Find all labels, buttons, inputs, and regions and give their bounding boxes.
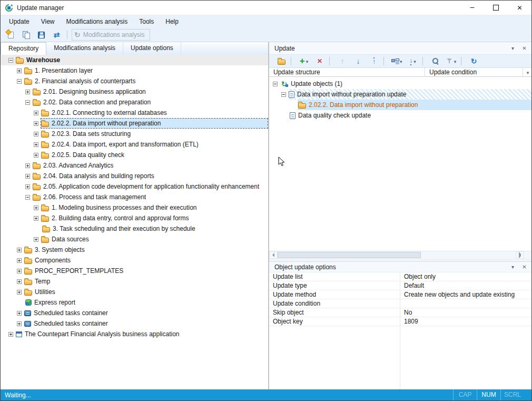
- collapse-toggle[interactable]: [25, 100, 30, 105]
- add-button[interactable]: [298, 56, 310, 67]
- collapse-toggle[interactable]: [8, 58, 13, 63]
- tree-item[interactable]: Update objects (1): [269, 79, 531, 89]
- tree-item[interactable]: Express report: [1, 297, 268, 308]
- tree-item[interactable]: 1. Presentation layer: [1, 65, 268, 76]
- tree-item[interactable]: Temp: [1, 276, 268, 287]
- expand-toggle[interactable]: [17, 321, 22, 326]
- expand-toggle[interactable]: [17, 279, 22, 284]
- tree-item[interactable]: 2. Building data entry, control and appr…: [1, 213, 268, 223]
- tree-item[interactable]: Scheduled tasks container: [1, 308, 268, 318]
- menu-modifications-analysis[interactable]: Modifications analysis: [61, 15, 134, 28]
- expand-toggle[interactable]: [17, 269, 22, 273]
- expand-toggle[interactable]: [17, 290, 22, 295]
- property-row[interactable]: Object key1809: [269, 317, 531, 326]
- collapse-toggle[interactable]: [273, 82, 278, 86]
- collapse-toggle[interactable]: [25, 195, 30, 200]
- tree-item[interactable]: 2.02.3. Data sets structuring: [1, 129, 268, 139]
- column-update-structure[interactable]: Update structure: [269, 68, 425, 76]
- expand-toggle[interactable]: [34, 216, 38, 221]
- tree-item[interactable]: 2.06. Process and task management: [1, 192, 268, 202]
- scroll-track[interactable]: [278, 251, 516, 259]
- search-button[interactable]: [429, 56, 442, 67]
- property-row[interactable]: Update condition: [269, 299, 531, 308]
- tree-item[interactable]: 2.02.4. Data import, export and transfor…: [1, 139, 268, 150]
- expand-toggle[interactable]: [25, 163, 30, 168]
- horizontal-scrollbar[interactable]: [269, 251, 531, 259]
- tree-item[interactable]: 2.02.5. Data quality check: [1, 150, 268, 160]
- expand-toggle[interactable]: [25, 174, 30, 179]
- tree-item[interactable]: 2.02.2. Data import without preparation: [269, 100, 531, 110]
- column-update-condition[interactable]: Update condition: [425, 68, 523, 76]
- panel-menu-icon[interactable]: [508, 44, 517, 53]
- panel-close-icon[interactable]: [520, 263, 529, 271]
- move-down-button[interactable]: [352, 56, 364, 67]
- tree-item[interactable]: Components: [1, 255, 268, 266]
- property-row[interactable]: Update typeDefault: [269, 281, 531, 290]
- menu-tools[interactable]: Tools: [133, 15, 160, 28]
- tree-item[interactable]: 2.02.1. Connecting to external databases: [1, 107, 268, 118]
- expand-toggle[interactable]: [34, 111, 38, 115]
- expand-toggle[interactable]: [34, 206, 38, 210]
- tree-item[interactable]: 1. Modeling business processes and their…: [1, 202, 268, 213]
- tree-item[interactable]: 2. Financial analysis of counterparts: [1, 76, 268, 86]
- expand-toggle[interactable]: [25, 184, 30, 189]
- menu-update[interactable]: Update: [3, 15, 35, 28]
- collapse-toggle[interactable]: [281, 92, 286, 97]
- expand-toggle[interactable]: [17, 258, 22, 263]
- chevron-down-icon[interactable]: [412, 57, 416, 65]
- expand-toggle[interactable]: [34, 153, 38, 158]
- refresh-button[interactable]: [468, 56, 480, 67]
- tree-item[interactable]: PROC_REPORT_TEMPLATES: [1, 266, 268, 276]
- close-button[interactable]: [508, 1, 531, 15]
- tree-item[interactable]: Data import without preparation update: [269, 89, 531, 100]
- tab-repository[interactable]: Repository: [1, 42, 46, 55]
- expand-toggle[interactable]: [34, 132, 38, 136]
- tree-item[interactable]: Warehouse: [1, 55, 268, 65]
- tree-item[interactable]: Scheduled tasks container: [1, 318, 268, 329]
- scroll-right-icon[interactable]: [516, 251, 524, 259]
- tab-update-options[interactable]: Update options: [123, 42, 181, 55]
- tree-item[interactable]: 2.02. Data connection and preparation: [1, 97, 268, 107]
- sync-button[interactable]: [50, 29, 64, 41]
- delete-button[interactable]: [313, 56, 326, 67]
- tree-item[interactable]: The Countepart Financial Analysis busine…: [1, 329, 268, 339]
- tree-item[interactable]: 2.04. Data analysis and building reports: [1, 171, 268, 181]
- new-document-button[interactable]: [4, 29, 18, 41]
- import-button[interactable]: [407, 56, 419, 67]
- expand-toggle[interactable]: [17, 311, 22, 316]
- tree-item[interactable]: 2.03. Advanced Analytics: [1, 160, 268, 171]
- tree-item[interactable]: 2.01. Designing business application: [1, 86, 268, 97]
- chevron-down-icon[interactable]: [305, 57, 309, 65]
- tree-item[interactable]: Data sources: [1, 234, 268, 244]
- property-row[interactable]: Update methodCreate new objects and upda…: [269, 290, 531, 299]
- menu-view[interactable]: View: [35, 15, 61, 28]
- move-top-button[interactable]: [368, 56, 380, 67]
- maximize-button[interactable]: [484, 1, 508, 15]
- scroll-thumb[interactable]: [278, 252, 421, 258]
- tree-options-button[interactable]: [390, 56, 403, 67]
- expand-toggle[interactable]: [34, 237, 38, 242]
- expand-toggle[interactable]: [25, 90, 30, 94]
- tree-item[interactable]: 2.02.2. Data import without preparation: [1, 118, 268, 129]
- save-button[interactable]: [34, 29, 48, 41]
- expand-toggle[interactable]: [17, 248, 22, 252]
- property-row[interactable]: Skip objectNo: [269, 308, 531, 317]
- menu-help[interactable]: Help: [160, 15, 184, 28]
- expand-toggle[interactable]: [34, 142, 38, 147]
- open-folder-button[interactable]: [275, 56, 288, 67]
- tree-item[interactable]: 3. Task scheduling and their execution b…: [1, 223, 268, 234]
- tree-item[interactable]: 2.05. Application code development for a…: [1, 181, 268, 192]
- panel-menu-icon[interactable]: [508, 263, 517, 271]
- scroll-left-icon[interactable]: [269, 251, 278, 259]
- expand-toggle[interactable]: [8, 332, 13, 337]
- tree-item[interactable]: Data quality check update: [269, 110, 531, 121]
- tree-item[interactable]: 3. System objects: [1, 244, 268, 255]
- minimize-button[interactable]: [460, 1, 484, 15]
- copy-button[interactable]: [19, 29, 33, 41]
- panel-close-icon[interactable]: [520, 44, 529, 53]
- collapse-toggle[interactable]: [17, 79, 22, 84]
- expand-toggle[interactable]: [17, 69, 22, 73]
- expand-toggle[interactable]: [34, 121, 38, 126]
- tree-item[interactable]: Utilities: [1, 287, 268, 297]
- chevron-down-icon[interactable]: [453, 57, 457, 65]
